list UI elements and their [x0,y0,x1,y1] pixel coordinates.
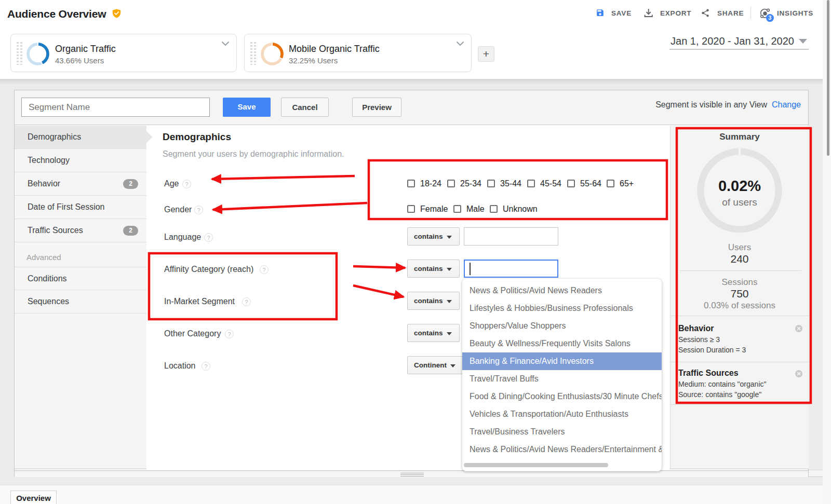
svg-text:3: 3 [768,15,771,21]
